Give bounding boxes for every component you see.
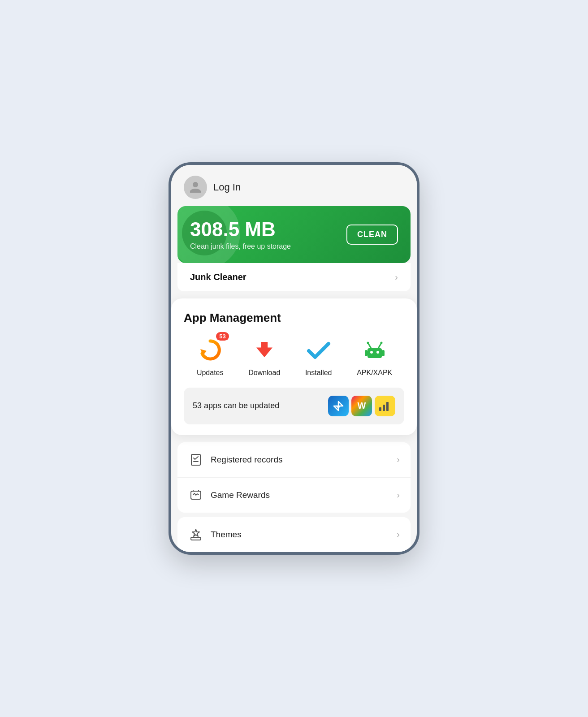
clean-button[interactable]: CLEAN	[346, 225, 398, 245]
svg-rect-15	[191, 454, 200, 465]
phone-screen: Log In 308.5 MB Clean junk files, free u…	[171, 165, 417, 552]
junk-cleaner-row[interactable]: Junk Cleaner ›	[177, 263, 411, 291]
apk-item[interactable]: APK/XAPK	[357, 336, 392, 377]
game-rewards-label: Game Rewards	[211, 490, 270, 500]
download-icon	[252, 338, 277, 362]
themes-icon	[188, 527, 203, 542]
app-thumb-1-icon	[332, 400, 345, 412]
app-management-card: App Management	[171, 298, 417, 435]
app-thumb-2: W	[351, 396, 372, 416]
updates-icon	[197, 337, 224, 363]
game-rewards-item[interactable]: Game Rewards ›	[177, 478, 411, 513]
menu-section: Registered records › Game Rewards	[177, 442, 411, 513]
apk-label: APK/XAPK	[357, 369, 392, 377]
svg-rect-12	[379, 407, 381, 411]
svg-marker-11	[334, 402, 343, 410]
phone-frame: Log In 308.5 MB Clean junk files, free u…	[169, 162, 419, 554]
installed-icon	[305, 337, 332, 363]
update-info-banner[interactable]: 53 apps can be updated W	[184, 388, 404, 424]
download-label: Download	[248, 369, 280, 377]
updates-badge: 53	[216, 332, 229, 341]
app-management-icons: 53 Updates Download	[184, 336, 404, 377]
app-thumb-3	[375, 396, 395, 416]
registered-records-label: Registered records	[211, 455, 283, 465]
junk-description: Clean junk files, free up storage	[190, 242, 291, 251]
download-icon-container	[250, 336, 279, 364]
svg-line-7	[368, 344, 371, 348]
chevron-right-icon: ›	[395, 272, 398, 282]
login-label[interactable]: Log In	[213, 181, 241, 193]
download-item[interactable]: Download	[248, 336, 280, 377]
app-management-title: App Management	[184, 311, 404, 325]
svg-rect-3	[365, 350, 368, 356]
junk-cleaner-label: Junk Cleaner	[190, 272, 246, 282]
junk-size: 308.5 MB	[190, 219, 291, 240]
svg-point-5	[370, 351, 373, 354]
junk-banner: 308.5 MB Clean junk files, free up stora…	[177, 206, 411, 263]
chevron-right-icon: ›	[397, 454, 400, 465]
svg-rect-4	[382, 350, 385, 356]
registered-records-icon	[188, 452, 203, 467]
installed-icon-container	[304, 336, 333, 364]
updates-label: Updates	[197, 369, 224, 377]
svg-rect-13	[383, 405, 385, 411]
apk-icon-container	[360, 336, 389, 364]
header: Log In	[171, 165, 417, 206]
update-info-text: 53 apps can be updated	[193, 401, 279, 410]
installed-label: Installed	[305, 369, 332, 377]
app-thumbnails: W	[328, 396, 395, 416]
apk-icon	[361, 337, 388, 363]
installed-item[interactable]: Installed	[304, 336, 333, 377]
svg-rect-14	[386, 402, 389, 411]
app-thumb-1	[328, 396, 349, 416]
updates-icon-container: 53	[196, 336, 225, 364]
avatar[interactable]	[184, 176, 207, 199]
svg-marker-1	[256, 342, 272, 357]
svg-point-6	[376, 351, 379, 354]
game-rewards-icon	[188, 488, 203, 503]
svg-line-9	[378, 344, 381, 348]
banner-info: 308.5 MB Clean junk files, free up stora…	[190, 219, 291, 250]
registered-records-item[interactable]: Registered records ›	[177, 442, 411, 478]
chevron-right-icon: ›	[397, 529, 400, 540]
themes-row[interactable]: Themes ›	[177, 517, 411, 552]
svg-point-10	[380, 341, 382, 344]
updates-item[interactable]: 53 Updates	[196, 336, 225, 377]
chevron-right-icon: ›	[397, 490, 400, 500]
svg-point-8	[367, 341, 369, 344]
themes-label: Themes	[211, 530, 242, 540]
app-thumb-3-icon	[378, 399, 392, 413]
svg-rect-20	[191, 537, 201, 540]
svg-rect-2	[368, 348, 382, 358]
